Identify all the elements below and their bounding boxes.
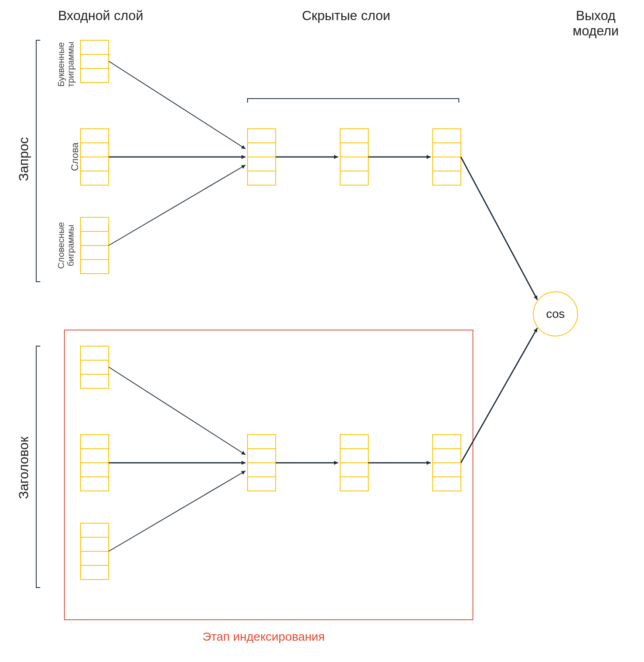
svg-rect-45 — [433, 477, 461, 491]
svg-rect-25 — [80, 374, 109, 388]
svg-rect-23 — [80, 346, 109, 360]
svg-rect-26 — [80, 435, 109, 449]
query-input-bigrams — [80, 217, 109, 274]
query-input-trigrams — [80, 40, 109, 82]
svg-rect-43 — [433, 449, 461, 463]
svg-rect-28 — [80, 463, 109, 477]
svg-rect-38 — [340, 435, 368, 449]
arrow-q-to-cos — [461, 157, 537, 300]
svg-rect-6 — [80, 171, 109, 185]
bracket-title — [36, 346, 40, 588]
arrow-t-trigram-h1 — [109, 367, 246, 455]
diagram-svg: cos — [0, 0, 644, 662]
query-input-words — [80, 129, 109, 185]
svg-rect-36 — [248, 463, 276, 477]
svg-rect-31 — [80, 537, 109, 551]
svg-rect-9 — [80, 245, 109, 260]
title-input-bigrams — [80, 523, 109, 580]
input-label-bigrams-block: Словесные биграммы — [56, 217, 76, 274]
svg-rect-33 — [80, 565, 109, 580]
svg-rect-3 — [80, 129, 109, 143]
svg-rect-17 — [340, 157, 368, 171]
input-label-trigrams-block: Буквенные триграммы — [56, 38, 76, 91]
svg-rect-0 — [80, 40, 109, 54]
arrow-t-to-cos — [461, 328, 537, 463]
svg-rect-30 — [80, 523, 109, 537]
header-hidden-layers: Скрытые слои — [290, 8, 402, 23]
svg-rect-11 — [248, 129, 276, 143]
svg-rect-8 — [80, 231, 109, 245]
output-cos-label: cos — [546, 307, 565, 320]
title-input-words — [80, 435, 109, 491]
svg-rect-21 — [433, 157, 461, 171]
svg-rect-13 — [248, 157, 276, 171]
svg-rect-44 — [433, 463, 461, 477]
svg-rect-14 — [248, 171, 276, 185]
diagram-canvas: Входной слой Скрытые слои Выход модели З… — [0, 0, 644, 662]
bracket-hidden-top — [248, 99, 459, 103]
query-hidden-2 — [340, 129, 368, 185]
svg-rect-27 — [80, 449, 109, 463]
svg-rect-10 — [80, 260, 109, 274]
svg-rect-29 — [80, 477, 109, 491]
header-output: Выход модели — [555, 8, 636, 39]
indexing-box — [64, 330, 473, 620]
svg-rect-35 — [248, 449, 276, 463]
arrow-q-bigram-h1 — [109, 165, 246, 245]
title-hidden-2 — [340, 435, 368, 491]
input-label-words: Слова — [69, 142, 80, 171]
title-input-trigrams — [80, 346, 109, 388]
svg-rect-37 — [248, 477, 276, 491]
section-label-title: Заголовок — [16, 437, 31, 499]
section-label-query: Запрос — [16, 137, 31, 181]
svg-rect-5 — [80, 157, 109, 171]
svg-rect-18 — [340, 171, 368, 185]
svg-rect-42 — [433, 435, 461, 449]
arrow-t-bigram-h1 — [109, 471, 246, 551]
svg-rect-39 — [340, 449, 368, 463]
svg-rect-20 — [433, 143, 461, 157]
svg-rect-1 — [80, 54, 109, 68]
svg-rect-32 — [80, 551, 109, 565]
svg-rect-2 — [80, 68, 109, 82]
svg-rect-40 — [340, 463, 368, 477]
svg-rect-24 — [80, 360, 109, 374]
svg-rect-22 — [433, 171, 461, 185]
query-hidden-3 — [433, 129, 461, 185]
svg-rect-19 — [433, 129, 461, 143]
bracket-query — [36, 40, 40, 282]
indexing-caption: Этап индексирования — [153, 630, 374, 643]
svg-rect-4 — [80, 143, 109, 157]
header-input-layer: Входной слой — [44, 8, 157, 23]
svg-rect-15 — [340, 129, 368, 143]
query-hidden-1 — [248, 129, 276, 185]
svg-rect-7 — [80, 217, 109, 231]
svg-rect-41 — [340, 477, 368, 491]
title-hidden-3 — [433, 435, 461, 491]
arrow-q-trigram-h1 — [109, 61, 246, 149]
title-hidden-1 — [248, 435, 276, 491]
svg-rect-12 — [248, 143, 276, 157]
svg-rect-34 — [248, 435, 276, 449]
svg-rect-16 — [340, 143, 368, 157]
